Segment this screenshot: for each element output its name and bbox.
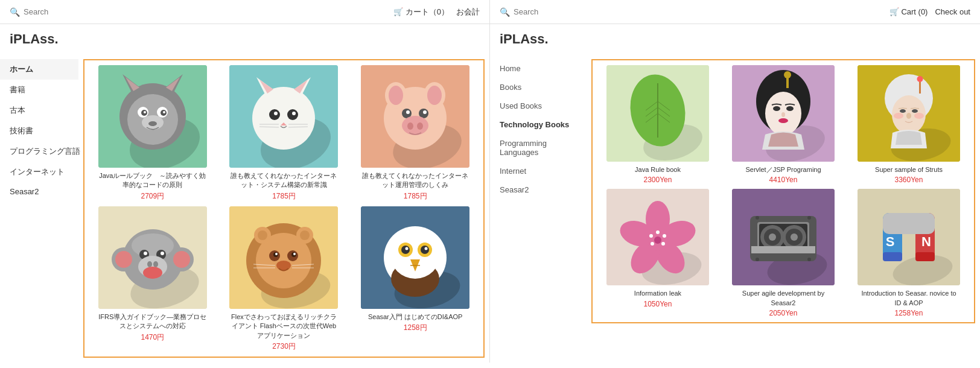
right-book-card-1[interactable]: Servlet／JSP Programing 4410Yen <box>723 65 844 184</box>
book-title-5: Seasar入門 はじめてのDI&AOP <box>368 312 462 322</box>
svg-point-135 <box>661 242 665 246</box>
svg-point-74 <box>275 253 278 255</box>
account-link-left[interactable]: お会計 <box>456 7 480 17</box>
right-header-actions: 🛒 Cart (0) Check out <box>889 7 970 16</box>
sidebar-item-internet[interactable]: インターネット <box>0 162 78 182</box>
right-book-image-4 <box>732 189 835 285</box>
left-header-actions: 🛒 カート（0） お会計 <box>393 7 480 17</box>
book-title-2: 誰も教えてくれなかったインターネット運用管理のしくみ <box>361 171 469 190</box>
left-header: 🔍 🛒 カート（0） お会計 <box>0 0 489 24</box>
search-icon-right: 🔍 <box>500 7 510 17</box>
right-book-image-5: S N <box>858 189 960 285</box>
svg-point-42 <box>423 110 427 114</box>
right-header: 🔍 🛒 Cart (0) Check out <box>490 0 980 24</box>
book-price-0: 2709円 <box>141 191 164 201</box>
svg-point-134 <box>663 234 666 238</box>
book-image-3 <box>98 206 207 309</box>
svg-point-122 <box>906 113 911 119</box>
book-price-2: 1785円 <box>404 191 427 201</box>
svg-rect-159 <box>883 213 935 234</box>
search-icon-left: 🔍 <box>10 7 20 17</box>
right-sidebar-item-programming[interactable]: Programming Languages <box>490 134 587 162</box>
book-card-2[interactable]: 誰も教えてくれなかったインターネット運用管理のしくみ 1785円 <box>352 65 479 201</box>
right-book-price-4: 2050Yen <box>769 309 798 317</box>
right-panel: 🔍 🛒 Cart (0) Check out iPLAss. Home Book… <box>490 0 980 363</box>
book-price-3: 1470円 <box>141 332 164 343</box>
right-book-image-2 <box>858 65 960 162</box>
svg-point-110 <box>773 106 780 111</box>
book-title-0: Javaルールブック ～読みやすく効率的なコードの原則 <box>98 171 207 190</box>
book-card-4[interactable]: Flexでさわっておぼえるリッチクライアント Flashベースの次世代Webアプ… <box>221 206 348 352</box>
svg-point-60 <box>153 261 158 267</box>
right-sidebar-item-used[interactable]: Used Books <box>490 97 587 115</box>
right-sidebar-item-internet[interactable]: Internet <box>490 162 587 180</box>
sidebar-item-seasar2[interactable]: Seasar2 <box>0 182 78 201</box>
svg-rect-150 <box>751 246 815 253</box>
right-content: Home Books Used Books Technology Books P… <box>490 54 980 363</box>
cart-label-left: カート（0） <box>406 7 449 16</box>
svg-point-136 <box>651 242 654 246</box>
svg-point-137 <box>649 234 653 238</box>
right-book-title-2: Super sample of Struts <box>875 165 943 174</box>
book-card-0[interactable]: Javaルールブック ～読みやすく効率的なコードの原則 2709円 <box>89 65 216 201</box>
svg-rect-117 <box>919 80 921 94</box>
svg-rect-161 <box>915 252 935 261</box>
sidebar-item-used[interactable]: 古本 <box>0 100 78 121</box>
cart-link-right[interactable]: 🛒 Cart (0) <box>889 7 928 16</box>
svg-point-13 <box>163 111 165 113</box>
left-content: ホーム 書籍 古本 技術書 プログラミング言語 インターネット Seasar2 <box>0 54 489 363</box>
right-sidebar-item-home[interactable]: Home <box>490 59 587 78</box>
svg-point-89 <box>421 246 429 254</box>
right-book-card-3[interactable]: Information leak 1050Yen <box>597 189 718 317</box>
right-book-title-5: Introduction to Seasar. novice to ID & A… <box>858 289 960 308</box>
right-book-card-2[interactable]: Super sample of Struts 3360Yen <box>848 65 969 184</box>
right-book-grid: Java Rule book 2300Yen <box>591 59 975 323</box>
book-card-1[interactable]: 誰も教えてくれなかったインターネット・システム構築の新常識 1785円 <box>221 65 348 201</box>
right-book-card-5[interactable]: S N Introduction to Seasar. novice to ID… <box>848 189 969 317</box>
right-sidebar: Home Books Used Books Technology Books P… <box>490 54 587 363</box>
right-book-price-0: 2300Yen <box>644 176 672 184</box>
right-book-price-2: 3360Yen <box>895 176 923 184</box>
book-image-0 <box>98 65 207 168</box>
cart-icon-right: 🛒 <box>889 7 899 16</box>
logo-right: iPLAss. <box>490 24 980 54</box>
svg-point-51 <box>115 251 132 268</box>
sidebar-item-programming[interactable]: プログラミング言語 <box>0 141 78 162</box>
svg-point-12 <box>144 111 146 113</box>
right-sidebar-item-books[interactable]: Books <box>490 78 587 97</box>
checkout-link[interactable]: Check out <box>935 7 970 16</box>
sidebar-item-books[interactable]: 書籍 <box>0 80 78 100</box>
book-price-5: 1258円 <box>404 323 427 333</box>
svg-point-112 <box>781 112 785 117</box>
book-title-1: 誰も教えてくれなかったインターネット・システム構築の新常識 <box>229 171 338 190</box>
svg-point-133 <box>656 230 660 234</box>
left-sidebar: ホーム 書籍 古本 技術書 プログラミング言語 インターネット Seasar2 <box>0 54 78 363</box>
svg-point-120 <box>900 109 906 113</box>
svg-point-75 <box>293 253 296 255</box>
cart-link-left[interactable]: 🛒 カート（0） <box>393 7 449 17</box>
cart-icon-left: 🛒 <box>393 7 403 16</box>
right-book-card-0[interactable]: Java Rule book 2300Yen <box>597 65 718 184</box>
book-image-5 <box>361 206 469 309</box>
search-input-right[interactable] <box>514 7 586 16</box>
svg-point-38 <box>427 86 442 105</box>
svg-point-52 <box>173 251 190 268</box>
svg-point-108 <box>784 71 791 78</box>
svg-point-15 <box>148 121 157 126</box>
right-book-title-0: Java Rule book <box>635 165 681 174</box>
right-book-price-5: 1258Yen <box>895 309 923 317</box>
right-sidebar-item-seasar2[interactable]: Seasar2 <box>490 180 587 199</box>
left-book-grid: Javaルールブック ～読みやすく効率的なコードの原則 2709円 <box>83 59 485 358</box>
svg-point-151 <box>756 216 759 220</box>
right-book-image-3 <box>606 189 709 285</box>
right-sidebar-item-tech[interactable]: Technology Books <box>490 115 587 134</box>
svg-point-69 <box>300 230 310 240</box>
book-card-3[interactable]: IFRS導入ガイドブック―業務プロセスとシステムへの対応 1470円 <box>89 206 216 352</box>
svg-text:N: N <box>921 234 931 249</box>
svg-point-146 <box>769 233 776 241</box>
sidebar-item-tech[interactable]: 技術書 <box>0 121 78 141</box>
right-book-card-4[interactable]: Super agile development by Seasar2 2050Y… <box>723 189 844 317</box>
sidebar-item-home[interactable]: ホーム <box>0 59 78 80</box>
book-card-5[interactable]: Seasar入門 はじめてのDI&AOP 1258円 <box>352 206 479 352</box>
search-input-left[interactable] <box>24 7 96 16</box>
